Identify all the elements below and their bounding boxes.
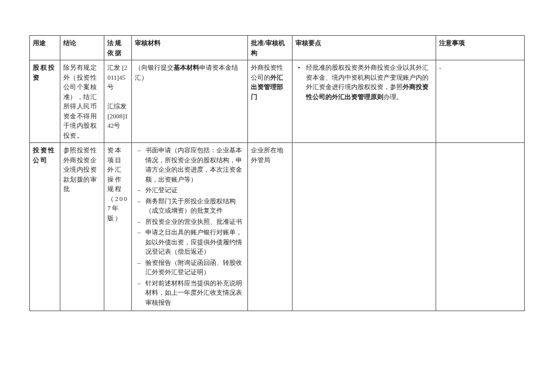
cell-purpose: 股权投资: [30, 60, 60, 143]
basis-text: 汇发 [2011]45号: [107, 64, 127, 90]
cell-conclusion: 除另有规定外（投资性公司个案核准），结汇所得人民币资金不得用于境内股权投资。: [60, 60, 104, 143]
materials-bold: 基本材料: [174, 64, 199, 71]
cell-materials: （向银行提交基本材料申请资本金结汇）: [132, 60, 248, 143]
point-suffix: 办理。: [383, 93, 403, 100]
point-item: 经批准的股权投资类外商投资企业以其外汇资本金、境内中资机构以资产变现账户内的外汇…: [303, 63, 433, 101]
cell-purpose: 投资性公司: [30, 143, 60, 311]
list-item: 验资报告（附询证函回函、转股收汇外资外汇登记证明）: [141, 258, 244, 277]
cell-notes: -: [436, 60, 525, 143]
materials-list: 书面申请（内容应包括：企业基本情况，所投资企业的股权结构，申请方企业的出资进度，…: [135, 145, 244, 307]
cell-basis: 汇发 [2011]45号 汇综发 [2008]142号: [104, 60, 132, 143]
cell-approver: 企业所在地外管局: [248, 143, 292, 311]
basis-text: 汇综发 [2008]142号: [107, 103, 128, 129]
col-basis: 法规依据: [104, 36, 132, 60]
cell-basis: 资本项目外汇操作规程（2007年版）: [104, 143, 132, 311]
cell-materials: 书面申请（内容应包括：企业基本情况，所投资企业的股权结构，申请方企业的出资进度，…: [132, 143, 248, 311]
list-item: 所投资企业的营业执照、批准证书: [141, 217, 244, 227]
list-item: 外汇登记证: [141, 185, 244, 195]
materials-prefix: （向银行提交: [135, 64, 174, 71]
table-row: 股权投资 除另有规定外（投资性公司个案核准），结汇所得人民币资金不得用于境内股权…: [30, 60, 525, 143]
list-item: 商务部门关于所投企业股权结构（成立或增资）的批复文件: [141, 196, 244, 216]
col-materials: 审核材料: [132, 36, 248, 60]
col-conclusion: 结论: [60, 36, 104, 60]
list-item: 针对前述材料应当提供的补充说明材料，如上一年度外汇收支情况表审核报告: [141, 278, 244, 308]
table-row: 投资性公司 参照投资性外商投资企业境内投资款划拨的审批 资本项目外汇操作规程（2…: [30, 143, 525, 311]
cell-notes: [436, 143, 525, 311]
cell-conclusion: 参照投资性外商投资企业境内投资款划拨的审批: [60, 143, 104, 311]
col-points: 审核要点: [292, 36, 436, 60]
cell-points: 经批准的股权投资类外商投资企业以其外汇资本金、境内中资机构以资产变现账户内的外汇…: [292, 60, 436, 143]
col-approver: 批准/审核机构: [248, 36, 292, 60]
cell-points: [292, 143, 436, 311]
col-purpose: 用途: [30, 36, 60, 60]
list-item: 书面申请（内容应包括：企业基本情况，所投资企业的股权结构，申请方企业的出资进度，…: [141, 145, 244, 184]
regulatory-table: 用途 结论 法规依据 审核材料 批准/审核机构 审核要点 注意事项 股权投资 除…: [29, 35, 525, 311]
cell-approver: 外商投资性公司的外汇出资管理部门: [248, 60, 292, 143]
list-item: 申请之日出具的账户银行对账单，如以外债出资，应提供外债履约情况登记表（偿后返还）: [141, 227, 244, 257]
col-notes: 注意事项: [436, 36, 525, 60]
header-row: 用途 结论 法规依据 审核材料 批准/审核机构 审核要点 注意事项: [30, 36, 525, 60]
